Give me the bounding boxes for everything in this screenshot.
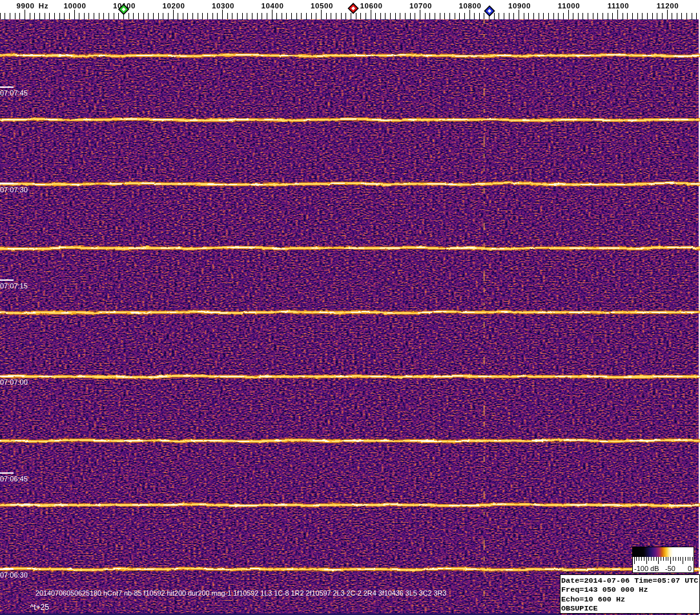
svg-text:10300: 10300 xyxy=(212,2,234,10)
svg-text:9900: 9900 xyxy=(17,2,35,10)
svg-text:10400: 10400 xyxy=(262,2,284,10)
svg-text:10000: 10000 xyxy=(64,2,87,10)
svg-text:10200: 10200 xyxy=(163,2,185,10)
svg-text:10900: 10900 xyxy=(508,2,531,10)
svg-text:11200: 11200 xyxy=(657,2,679,10)
svg-text:10800: 10800 xyxy=(459,2,482,10)
svg-text:10600: 10600 xyxy=(360,2,383,10)
svg-text:10500: 10500 xyxy=(311,2,333,10)
svg-text:Hz: Hz xyxy=(39,2,48,10)
svg-text:11000: 11000 xyxy=(558,2,580,10)
svg-text:10700: 10700 xyxy=(409,2,432,10)
svg-text:11100: 11100 xyxy=(608,2,630,10)
